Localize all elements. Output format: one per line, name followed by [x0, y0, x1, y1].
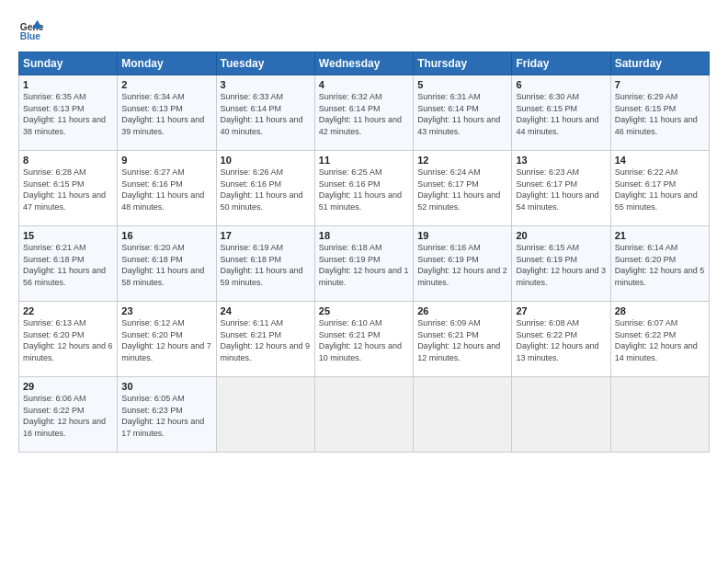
day-number: 19 — [417, 230, 507, 241]
day-info: Sunrise: 6:13 AMSunset: 6:20 PMDaylight:… — [23, 318, 113, 362]
weekday-header: Friday — [512, 52, 610, 75]
day-number: 20 — [516, 230, 606, 241]
day-number: 26 — [417, 305, 507, 316]
calendar-cell: 25 Sunrise: 6:10 AMSunset: 6:21 PMDaylig… — [314, 302, 413, 377]
calendar-cell — [512, 377, 610, 453]
day-info: Sunrise: 6:35 AMSunset: 6:13 PMDaylight:… — [23, 92, 106, 136]
day-info: Sunrise: 6:19 AMSunset: 6:18 PMDaylight:… — [221, 243, 303, 287]
day-number: 7 — [615, 79, 705, 90]
calendar-week-row: 22 Sunrise: 6:13 AMSunset: 6:20 PMDaylig… — [19, 302, 710, 377]
day-info: Sunrise: 6:11 AMSunset: 6:21 PMDaylight:… — [221, 318, 311, 362]
calendar-cell: 13 Sunrise: 6:23 AMSunset: 6:17 PMDaylig… — [512, 151, 610, 226]
calendar-cell: 24 Sunrise: 6:11 AMSunset: 6:21 PMDaylig… — [216, 302, 314, 377]
calendar-cell: 6 Sunrise: 6:30 AMSunset: 6:15 PMDayligh… — [512, 75, 610, 151]
logo: General Blue — [18, 17, 44, 42]
calendar-cell: 19 Sunrise: 6:16 AMSunset: 6:19 PMDaylig… — [414, 226, 512, 302]
calendar-cell: 18 Sunrise: 6:18 AMSunset: 6:19 PMDaylig… — [314, 226, 413, 302]
day-info: Sunrise: 6:15 AMSunset: 6:19 PMDaylight:… — [516, 243, 606, 287]
day-number: 4 — [319, 79, 409, 90]
calendar-cell: 8 Sunrise: 6:28 AMSunset: 6:15 PMDayligh… — [19, 151, 118, 226]
weekday-header: Monday — [118, 52, 216, 75]
calendar-cell: 10 Sunrise: 6:26 AMSunset: 6:16 PMDaylig… — [216, 151, 314, 226]
day-number: 14 — [615, 155, 705, 166]
day-info: Sunrise: 6:16 AMSunset: 6:19 PMDaylight:… — [417, 243, 507, 287]
calendar-cell: 27 Sunrise: 6:08 AMSunset: 6:22 PMDaylig… — [512, 302, 610, 377]
calendar-cell: 28 Sunrise: 6:07 AMSunset: 6:22 PMDaylig… — [610, 302, 709, 377]
day-info: Sunrise: 6:20 AMSunset: 6:18 PMDaylight:… — [121, 243, 204, 287]
calendar-week-row: 29 Sunrise: 6:06 AMSunset: 6:22 PMDaylig… — [19, 377, 710, 453]
day-info: Sunrise: 6:26 AMSunset: 6:16 PMDaylight:… — [221, 167, 303, 212]
day-info: Sunrise: 6:22 AMSunset: 6:17 PMDaylight:… — [615, 167, 698, 212]
day-number: 21 — [615, 230, 705, 241]
day-number: 22 — [23, 305, 113, 316]
day-number: 16 — [121, 230, 211, 241]
calendar-cell: 12 Sunrise: 6:24 AMSunset: 6:17 PMDaylig… — [414, 151, 512, 226]
calendar-cell: 26 Sunrise: 6:09 AMSunset: 6:21 PMDaylig… — [414, 302, 512, 377]
header: General Blue — [18, 17, 710, 42]
day-info: Sunrise: 6:18 AMSunset: 6:19 PMDaylight:… — [319, 243, 409, 287]
day-info: Sunrise: 6:23 AMSunset: 6:17 PMDaylight:… — [516, 167, 598, 212]
calendar-cell: 2 Sunrise: 6:34 AMSunset: 6:13 PMDayligh… — [118, 75, 216, 151]
calendar-cell: 15 Sunrise: 6:21 AMSunset: 6:18 PMDaylig… — [19, 226, 118, 302]
day-number: 8 — [23, 155, 113, 166]
calendar-cell: 21 Sunrise: 6:14 AMSunset: 6:20 PMDaylig… — [610, 226, 709, 302]
calendar-cell: 7 Sunrise: 6:29 AMSunset: 6:15 PMDayligh… — [610, 75, 709, 151]
day-number: 27 — [516, 305, 606, 316]
day-number: 1 — [23, 79, 113, 90]
calendar-cell: 30 Sunrise: 6:05 AMSunset: 6:23 PMDaylig… — [118, 377, 216, 453]
calendar-cell: 22 Sunrise: 6:13 AMSunset: 6:20 PMDaylig… — [19, 302, 118, 377]
calendar-table: SundayMondayTuesdayWednesdayThursdayFrid… — [18, 52, 710, 453]
calendar-body: 1 Sunrise: 6:35 AMSunset: 6:13 PMDayligh… — [19, 75, 710, 453]
day-number: 13 — [516, 155, 606, 166]
day-info: Sunrise: 6:05 AMSunset: 6:23 PMDaylight:… — [121, 394, 204, 438]
weekday-header: Tuesday — [216, 52, 314, 75]
day-number: 11 — [319, 155, 409, 166]
calendar-cell: 1 Sunrise: 6:35 AMSunset: 6:13 PMDayligh… — [19, 75, 118, 151]
calendar-cell: 9 Sunrise: 6:27 AMSunset: 6:16 PMDayligh… — [118, 151, 216, 226]
day-number: 15 — [23, 230, 113, 241]
day-info: Sunrise: 6:09 AMSunset: 6:21 PMDaylight:… — [417, 318, 500, 362]
day-info: Sunrise: 6:10 AMSunset: 6:21 PMDaylight:… — [319, 318, 402, 362]
day-info: Sunrise: 6:28 AMSunset: 6:15 PMDaylight:… — [23, 167, 106, 212]
day-info: Sunrise: 6:33 AMSunset: 6:14 PMDaylight:… — [221, 92, 303, 136]
day-number: 6 — [516, 79, 606, 90]
calendar-page: General Blue SundayMondayTuesdayWednesda… — [0, 0, 728, 563]
calendar-cell: 20 Sunrise: 6:15 AMSunset: 6:19 PMDaylig… — [512, 226, 610, 302]
day-number: 9 — [121, 155, 211, 166]
calendar-cell: 5 Sunrise: 6:31 AMSunset: 6:14 PMDayligh… — [414, 75, 512, 151]
day-number: 24 — [221, 305, 311, 316]
day-number: 18 — [319, 230, 409, 241]
day-info: Sunrise: 6:24 AMSunset: 6:17 PMDaylight:… — [417, 167, 500, 212]
calendar-cell: 17 Sunrise: 6:19 AMSunset: 6:18 PMDaylig… — [216, 226, 314, 302]
day-info: Sunrise: 6:08 AMSunset: 6:22 PMDaylight:… — [516, 318, 598, 362]
calendar-cell — [216, 377, 314, 453]
day-number: 12 — [417, 155, 507, 166]
day-number: 28 — [615, 305, 705, 316]
day-info: Sunrise: 6:21 AMSunset: 6:18 PMDaylight:… — [23, 243, 106, 287]
day-info: Sunrise: 6:07 AMSunset: 6:22 PMDaylight:… — [615, 318, 698, 362]
day-info: Sunrise: 6:06 AMSunset: 6:22 PMDaylight:… — [23, 394, 106, 438]
day-number: 3 — [221, 79, 311, 90]
calendar-cell — [314, 377, 413, 453]
day-info: Sunrise: 6:27 AMSunset: 6:16 PMDaylight:… — [121, 167, 204, 212]
calendar-cell: 23 Sunrise: 6:12 AMSunset: 6:20 PMDaylig… — [118, 302, 216, 377]
day-info: Sunrise: 6:30 AMSunset: 6:15 PMDaylight:… — [516, 92, 598, 136]
day-number: 29 — [23, 381, 113, 392]
calendar-cell: 11 Sunrise: 6:25 AMSunset: 6:16 PMDaylig… — [314, 151, 413, 226]
day-info: Sunrise: 6:12 AMSunset: 6:20 PMDaylight:… — [121, 318, 211, 362]
calendar-cell: 14 Sunrise: 6:22 AMSunset: 6:17 PMDaylig… — [610, 151, 709, 226]
day-info: Sunrise: 6:14 AMSunset: 6:20 PMDaylight:… — [615, 243, 705, 287]
calendar-cell: 29 Sunrise: 6:06 AMSunset: 6:22 PMDaylig… — [19, 377, 118, 453]
day-number: 5 — [417, 79, 507, 90]
day-number: 25 — [319, 305, 409, 316]
day-info: Sunrise: 6:25 AMSunset: 6:16 PMDaylight:… — [319, 167, 402, 212]
day-info: Sunrise: 6:29 AMSunset: 6:15 PMDaylight:… — [615, 92, 698, 136]
weekday-header: Saturday — [610, 52, 709, 75]
day-number: 2 — [121, 79, 211, 90]
day-number: 17 — [221, 230, 311, 241]
logo-icon: General Blue — [18, 17, 44, 42]
calendar-week-row: 1 Sunrise: 6:35 AMSunset: 6:13 PMDayligh… — [19, 75, 710, 151]
calendar-cell: 4 Sunrise: 6:32 AMSunset: 6:14 PMDayligh… — [314, 75, 413, 151]
calendar-cell — [610, 377, 709, 453]
calendar-cell — [414, 377, 512, 453]
